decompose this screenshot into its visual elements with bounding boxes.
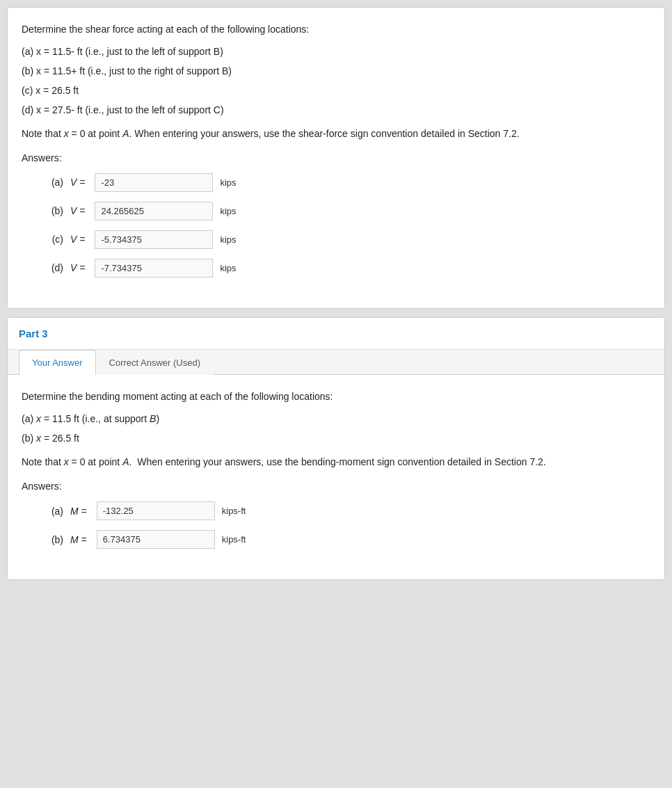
part3-header: Part 3	[8, 318, 664, 350]
answer-label-a: (a)	[22, 177, 63, 188]
answer-input-d[interactable]	[95, 259, 213, 278]
answer-row-a: (a) V = kips	[22, 173, 650, 192]
part3-title: Part 3	[19, 328, 48, 339]
sub-item-3: (d) x = 27.5- ft (i.e., just to the left…	[22, 102, 650, 119]
part3-sub-item-0: (a) x = 11.5 ft (i.e., at support B)	[22, 411, 650, 428]
part3-answers-label: Answers:	[22, 481, 650, 492]
answer-unit-b: kips	[220, 206, 236, 216]
answer-label-c: (c)	[22, 234, 63, 245]
answer-row-c: (c) V = kips	[22, 230, 650, 249]
part3-answer-input-b[interactable]	[97, 530, 215, 549]
answer-label-b: (b)	[22, 205, 63, 216]
answer-row-b: (b) V = kips	[22, 202, 650, 220]
part3-sub-items: (a) x = 11.5 ft (i.e., at support B) (b)…	[22, 411, 650, 447]
sub-item-1: (b) x = 11.5+ ft (i.e., just to the righ…	[22, 63, 650, 80]
answer-var-d: V =	[70, 262, 85, 273]
part3-answers: (a) M = kips-ft (b) M = kips-ft	[22, 501, 650, 549]
top-note: Note that x = 0 at point A. When enterin…	[22, 126, 650, 141]
part3-tab-content: Determine the bending moment acting at e…	[8, 375, 664, 579]
top-section: Determine the shear force acting at each…	[7, 7, 665, 309]
part3-answer-row-b: (b) M = kips-ft	[22, 530, 650, 549]
top-answers-label: Answers:	[22, 152, 650, 163]
answer-input-b[interactable]	[95, 202, 213, 220]
part3-answer-var-b: M =	[70, 534, 87, 545]
part3-tabs: Your Answer Correct Answer (Used)	[8, 350, 664, 375]
answer-var-a: V =	[70, 177, 85, 188]
part3-answer-input-a[interactable]	[97, 501, 215, 520]
tab-your-answer[interactable]: Your Answer	[19, 350, 96, 375]
answer-row-d: (d) V = kips	[22, 259, 650, 278]
answer-input-a[interactable]	[95, 173, 213, 192]
answer-unit-c: kips	[220, 234, 236, 245]
top-question: Determine the shear force acting at each…	[22, 22, 650, 37]
part3-answer-label-b: (b)	[22, 534, 63, 545]
answer-label-d: (d)	[22, 262, 63, 273]
answer-input-c[interactable]	[95, 230, 213, 249]
part3-note: Note that x = 0 at point A. When enterin…	[22, 454, 650, 469]
part3-answer-var-a: M =	[70, 506, 87, 517]
sub-item-2: (c) x = 26.5 ft	[22, 83, 650, 99]
top-sub-items: (a) x = 11.5- ft (i.e., just to the left…	[22, 44, 650, 118]
sub-item-0: (a) x = 11.5- ft (i.e., just to the left…	[22, 44, 650, 61]
part3-answer-unit-b: kips-ft	[222, 534, 246, 545]
tab-correct-answer[interactable]: Correct Answer (Used)	[96, 350, 214, 375]
part3-answer-unit-a: kips-ft	[222, 506, 246, 516]
answer-unit-d: kips	[220, 263, 236, 273]
answer-unit-a: kips	[220, 177, 236, 188]
part3-question: Determine the bending moment acting at e…	[22, 389, 650, 404]
part3-answer-label-a: (a)	[22, 506, 63, 517]
answer-var-b: V =	[70, 205, 85, 216]
top-answers: (a) V = kips (b) V = kips (c) V = kips (…	[22, 173, 650, 278]
part3-answer-row-a: (a) M = kips-ft	[22, 501, 650, 520]
part3-sub-item-1: (b) x = 26.5 ft	[22, 431, 650, 447]
part3-card: Part 3 Your Answer Correct Answer (Used)…	[7, 317, 665, 580]
answer-var-c: V =	[70, 234, 85, 245]
